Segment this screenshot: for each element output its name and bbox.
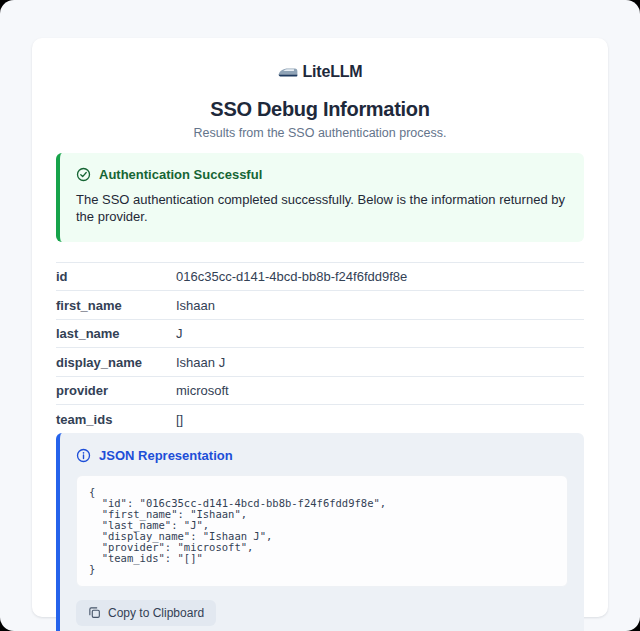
alert-message: The SSO authentication completed success… — [76, 192, 568, 226]
page-background: LiteLLM SSO Debug Information Results fr… — [0, 0, 640, 631]
field-value: Ishaan — [176, 298, 215, 313]
field-label: display_name — [56, 355, 176, 370]
json-panel-title: JSON Representation — [99, 448, 233, 463]
table-row-display-name: display_name Ishaan J — [56, 347, 584, 376]
field-value: Ishaan J — [176, 355, 225, 370]
copy-button-label: Copy to Clipboard — [108, 606, 204, 620]
auth-success-alert: Authentication Successful The SSO authen… — [56, 153, 584, 242]
info-circle-icon — [76, 448, 91, 463]
field-label: team_ids — [56, 412, 176, 427]
page-subtitle: Results from the SSO authentication proc… — [56, 126, 584, 140]
table-row-provider: provider microsoft — [56, 376, 584, 405]
json-representation-panel: JSON Representation { "id": "016c35cc-d1… — [56, 433, 584, 631]
field-value: [] — [176, 412, 183, 427]
field-label: provider — [56, 383, 176, 398]
field-value: J — [176, 326, 183, 341]
table-row-id: id 016c35cc-d141-4bcd-bb8b-f24f6fdd9f8e — [56, 262, 584, 291]
page-title: SSO Debug Information — [56, 98, 584, 121]
app-logo-text: LiteLLM — [303, 63, 363, 81]
field-value: 016c35cc-d141-4bcd-bb8b-f24f6fdd9f8e — [176, 269, 407, 284]
table-row-last-name: last_name J — [56, 319, 584, 348]
json-code-block: { "id": "016c35cc-d141-4bcd-bb8b-f24f6fd… — [76, 475, 568, 587]
field-label: id — [56, 269, 176, 284]
copy-icon — [88, 606, 101, 619]
bullet-train-icon — [278, 65, 298, 79]
app-logo: LiteLLM — [56, 62, 584, 82]
table-row-team-ids: team_ids [] — [56, 404, 584, 433]
sso-debug-card: LiteLLM SSO Debug Information Results fr… — [32, 38, 608, 617]
alert-title: Authentication Successful — [99, 167, 262, 182]
copy-to-clipboard-button[interactable]: Copy to Clipboard — [76, 600, 216, 626]
sso-fields-table: id 016c35cc-d141-4bcd-bb8b-f24f6fdd9f8e … — [56, 262, 584, 433]
table-row-first-name: first_name Ishaan — [56, 290, 584, 319]
check-circle-icon — [76, 167, 91, 182]
field-label: first_name — [56, 298, 176, 313]
field-value: microsoft — [176, 383, 229, 398]
field-label: last_name — [56, 326, 176, 341]
